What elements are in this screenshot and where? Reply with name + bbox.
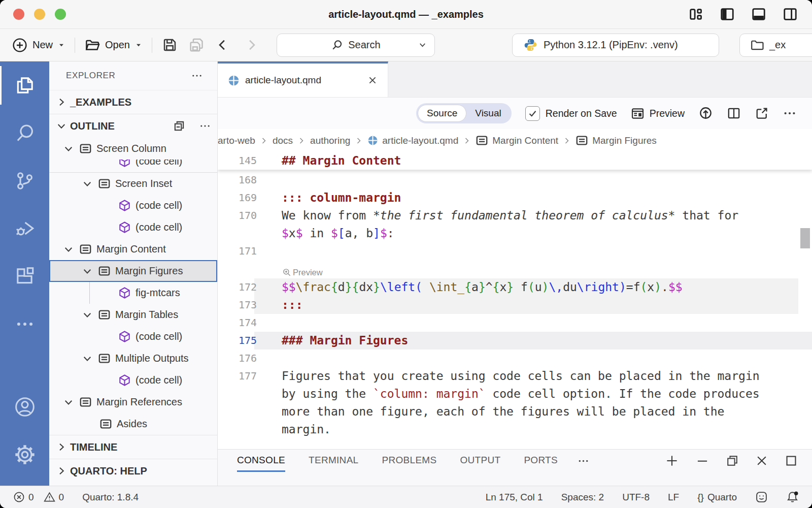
outline-item--code-cell-[interactable]: (code cell) xyxy=(49,160,217,172)
explorer-more-icon[interactable] xyxy=(191,70,203,82)
new-button[interactable]: New xyxy=(12,38,65,53)
panel-tab-console[interactable]: CONSOLE xyxy=(237,450,285,472)
editor-tab-article-layout[interactable]: article-layout.qmd xyxy=(218,61,388,97)
breadcrumb-item-docs[interactable]: docs xyxy=(273,135,293,146)
codelens-label: Preview xyxy=(293,268,323,277)
line-number xyxy=(218,225,257,242)
eol-status[interactable]: LF xyxy=(668,492,679,503)
activity-account[interactable] xyxy=(0,383,49,431)
sidebar-section-quarto-help[interactable]: QUARTO: HELP xyxy=(49,459,217,483)
render-on-save[interactable]: Render on Save xyxy=(525,106,617,121)
outline-item--code-cell-[interactable]: (code cell) xyxy=(49,326,217,347)
notifications-bell-icon[interactable] xyxy=(786,491,799,503)
outline-item-label: Asides xyxy=(117,418,147,430)
problems-status[interactable]: 0 0 xyxy=(13,491,64,503)
outline-item--code-cell-[interactable]: (code cell) xyxy=(49,195,217,216)
quarto-version-label: Quarto: 1.8.4 xyxy=(82,492,139,503)
toggle-primary-sidebar-icon[interactable] xyxy=(720,7,735,22)
outline-item-multiple-outputs[interactable]: Multiple Outputs xyxy=(49,347,217,369)
collapse-all-icon[interactable] xyxy=(173,119,186,133)
navigate-forward-icon[interactable] xyxy=(245,38,258,52)
render-on-save-checkbox[interactable] xyxy=(525,106,540,121)
panel-tab-problems[interactable]: PROBLEMS xyxy=(382,450,436,472)
code-line-text: Figures that you create using code cells… xyxy=(282,367,760,385)
code-editor[interactable]: 145## Margin Content168169::: column-mar… xyxy=(218,152,812,449)
language-mode-status[interactable]: {} Quarto xyxy=(697,492,737,503)
toggle-panel-icon[interactable] xyxy=(751,7,766,22)
save-all-icon[interactable] xyxy=(189,37,205,53)
outline-item-margin-tables[interactable]: Margin Tables xyxy=(49,304,217,326)
split-editor-icon[interactable] xyxy=(727,106,741,120)
outline-item-margin-content[interactable]: Margin Content xyxy=(49,238,217,260)
code-line-172: 172$$\frac{d}{dx}\left( \int_{a}^{x} f(u… xyxy=(218,278,812,296)
panel-tab-output[interactable]: OUTPUT xyxy=(460,450,500,472)
quarto-help-section-label: QUARTO: HELP xyxy=(70,465,147,477)
python-interpreter-selector[interactable]: Python 3.12.1 (PipEnv: .venv) xyxy=(512,34,719,57)
breadcrumb-separator-icon xyxy=(463,137,471,145)
search-dropdown-icon[interactable] xyxy=(418,41,427,49)
outline-item-asides[interactable]: Asides xyxy=(49,413,217,435)
code-line-168: 168 xyxy=(218,171,812,189)
mode-visual-button[interactable]: Visual xyxy=(466,105,510,122)
encoding-status[interactable]: UTF-8 xyxy=(622,492,650,503)
activity-search[interactable] xyxy=(0,109,49,157)
code-line-text: ## Margin Content xyxy=(282,152,401,170)
breadcrumb-item-authoring[interactable]: authoring xyxy=(310,135,350,146)
outline-item-margin-references[interactable]: Margin References xyxy=(49,391,217,413)
outline-item--code-cell-[interactable]: (code cell) xyxy=(49,216,217,238)
indentation-status[interactable]: Spaces: 2 xyxy=(561,492,604,503)
publish-icon[interactable] xyxy=(698,106,713,121)
breadcrumb-item-article-layout-qmd[interactable]: article-layout.qmd xyxy=(367,135,458,146)
activity-explorer[interactable] xyxy=(0,61,49,109)
section-symbol-icon xyxy=(79,396,92,408)
activity-extensions[interactable] xyxy=(0,252,49,300)
activity-source-control[interactable] xyxy=(0,157,49,205)
panel-more-icon[interactable] xyxy=(577,450,590,472)
minimize-panel-icon[interactable] xyxy=(695,454,709,468)
codelens-preview[interactable]: Preview xyxy=(218,260,812,278)
outline-item-label: Margin Tables xyxy=(115,309,178,321)
new-terminal-icon[interactable] xyxy=(665,454,679,468)
panel-tab-ports[interactable]: PORTS xyxy=(524,450,558,472)
customize-layout-icon[interactable] xyxy=(688,7,703,22)
outline-item-fig-mtcars[interactable]: fig-mtcars xyxy=(49,282,217,304)
editor-more-icon[interactable] xyxy=(783,106,797,120)
code-cell-icon xyxy=(118,287,131,299)
breadcrumb-item-arto-web[interactable]: arto-web xyxy=(218,135,255,146)
navigate-back-icon[interactable] xyxy=(216,38,229,52)
activity-settings[interactable] xyxy=(0,431,49,479)
close-tab-icon[interactable] xyxy=(367,75,378,85)
maximize-panel-icon[interactable] xyxy=(785,454,798,467)
panel-tab-terminal[interactable]: TERMINAL xyxy=(309,450,358,472)
code-line-171: 171 xyxy=(218,242,812,260)
workspace-folder-button[interactable]: _ex xyxy=(739,34,812,57)
outline-item-screen-inset[interactable]: Screen Inset xyxy=(49,173,217,195)
sidebar-section-examples[interactable]: _EXAMPLES xyxy=(49,90,217,114)
mode-toggle: Source Visual xyxy=(416,103,512,123)
outline-more-icon[interactable] xyxy=(199,120,211,132)
open-button[interactable]: Open xyxy=(85,38,142,53)
outline-item-screen-column[interactable]: Screen Column xyxy=(49,138,217,160)
search-input[interactable]: Search xyxy=(277,34,435,57)
close-panel-icon[interactable] xyxy=(755,454,768,467)
breadcrumb-item-margin-figures[interactable]: Margin Figures xyxy=(576,134,657,147)
quarto-version-status[interactable]: Quarto: 1.8.4 xyxy=(82,492,139,503)
scrollbar-thumb[interactable] xyxy=(800,228,810,248)
mode-source-button[interactable]: Source xyxy=(418,105,466,122)
outline-item--code-cell-[interactable]: (code cell) xyxy=(49,369,217,391)
sidebar-section-timeline[interactable]: TIMELINE xyxy=(49,435,217,459)
preview-button[interactable]: Preview xyxy=(631,107,685,120)
code-line-177: 177Figures that you create using code ce… xyxy=(218,367,812,385)
cursor-position-status[interactable]: Ln 175, Col 1 xyxy=(486,492,543,503)
activity-more[interactable] xyxy=(0,300,49,348)
feedback-smiley-icon[interactable] xyxy=(755,491,768,503)
restore-panel-icon[interactable] xyxy=(726,454,739,467)
breadcrumb-item-margin-content[interactable]: Margin Content xyxy=(476,134,558,147)
outline-item-margin-figures[interactable]: Margin Figures xyxy=(49,260,217,282)
sidebar-section-outline[interactable]: OUTLINE xyxy=(49,114,217,138)
toggle-secondary-sidebar-icon[interactable] xyxy=(783,7,798,22)
outline-tree: Screen Column(code cell)Screen Inset(cod… xyxy=(49,138,217,435)
save-icon[interactable] xyxy=(162,37,178,53)
activity-run-debug[interactable] xyxy=(0,205,49,252)
open-external-icon[interactable] xyxy=(755,106,769,120)
